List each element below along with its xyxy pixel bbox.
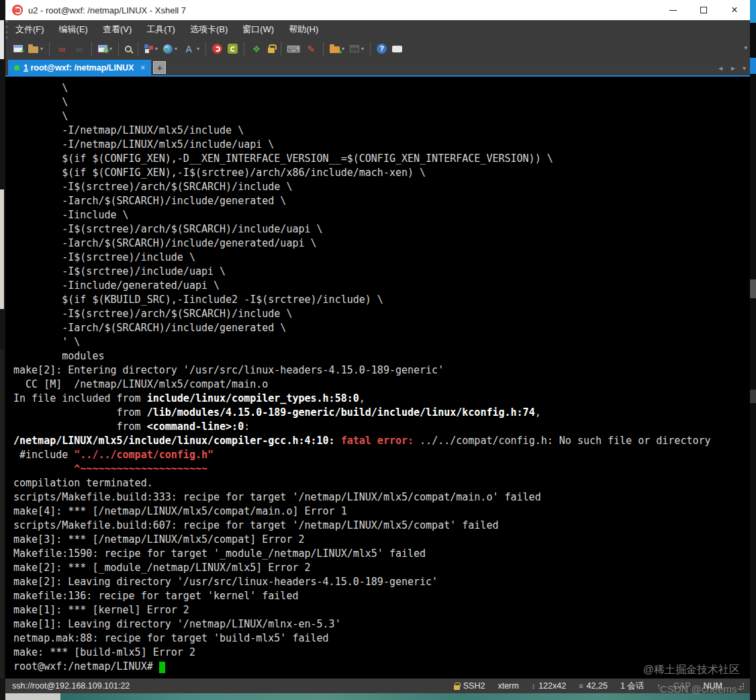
screen: u2 - root@wxf: /netmap/LINUX - Xshell 7 … (0, 0, 756, 700)
tab-title: root@wxf: /netmap/LINUX (28, 63, 134, 73)
connected-status-icon (14, 65, 19, 71)
web-browser-dropdown-icon[interactable]: ▾ (175, 46, 177, 52)
reconnect-button[interactable]: ∞ (53, 41, 70, 57)
menu-bar: 文件(F)编辑(E)查看(V)工具(T)选项卡(B)窗口(W)帮助(H) (5, 20, 750, 39)
fullscreen-icon: ❖ (250, 43, 263, 55)
terminal-line: /netmap/LINUX/mlx5/include/linux/compile… (13, 434, 750, 448)
tab-number: 1 (23, 63, 28, 73)
terminal-line: from <command-line>:0: (13, 420, 750, 434)
terminal-line: make[1]: Leaving directory '/netmap/LINU… (13, 617, 750, 631)
xftp-app-icon (228, 44, 238, 54)
font-dropdown-icon[interactable]: ▾ (197, 46, 199, 52)
background-window-left-sliver (0, 0, 5, 700)
terminal-line: ^~~~~~~~~~~~~~~~~~~~~~ (13, 462, 750, 476)
minimize-icon (669, 10, 677, 11)
transfer-disabled-button[interactable]: ▾ (347, 41, 367, 57)
xshell-app-button[interactable] (209, 41, 225, 57)
session-properties-button[interactable]: ⚙▾ (95, 41, 115, 57)
status-cursor-position: ≡42,25 (579, 681, 608, 691)
terminal-line: make[2]: *** [_module_/netmap/LINUX/mlx5… (13, 561, 750, 575)
terminal-line: $(if $(CONFIG_XEN),-I$(srctree)/arch/x86… (13, 166, 750, 180)
compose-pen-button[interactable]: ✎ (302, 41, 320, 57)
close-button[interactable]: × (719, 0, 750, 20)
window-title: u2 - root@wxf: /netmap/LINUX - Xshell 7 (28, 5, 186, 15)
tab-session-1[interactable]: 1 root@wxf: /netmap/LINUX × (8, 60, 151, 75)
terminal-line: -I$(srctree)/arch/$(SRCARCH)/include/uap… (13, 222, 750, 236)
menu-item-6[interactable]: 帮助(H) (281, 20, 326, 39)
terminal-cursor (159, 662, 165, 673)
open-session-dropdown-icon[interactable]: ▾ (40, 46, 43, 52)
terminal-line: root@wxf:/netmap/LINUX# (13, 660, 750, 674)
toolbar-overflow-icon[interactable]: ▾ (744, 44, 747, 51)
file-transfer-button[interactable]: +▾ (327, 41, 347, 57)
toolbar-separator (91, 42, 92, 56)
menu-item-5[interactable]: 窗口(W) (235, 20, 281, 39)
terminal-line: make[2]: Leaving directory '/usr/src/lin… (13, 575, 750, 589)
session-properties-dropdown-icon[interactable]: ▾ (109, 46, 112, 52)
session-properties-icon: ⚙ (98, 45, 107, 52)
menu-item-3[interactable]: 工具(T) (139, 20, 183, 39)
file-transfer-icon: + (330, 46, 340, 53)
title-bar: u2 - root@wxf: /netmap/LINUX - Xshell 7 … (5, 0, 750, 20)
terminal-line: In file included from include/linux/comp… (13, 392, 750, 406)
status-bar: ssh://root@192.168.109.101:22 SSH2xterm↕… (5, 679, 750, 693)
open-session-button[interactable]: ▾ (26, 41, 46, 57)
terminal-line: make[4]: *** [/netmap/LINUX/mlx5/compat/… (13, 505, 750, 519)
compose-pen-icon: ✎ (305, 43, 317, 55)
xshell-window: u2 - root@wxf: /netmap/LINUX - Xshell 7 … (5, 0, 750, 700)
tab-scroll-right-icon[interactable]: ► (730, 64, 737, 72)
menu-item-4[interactable]: 选项卡(B) (183, 20, 235, 39)
xftp-app-button[interactable] (225, 41, 240, 57)
watermark-csdn: CSDN @cheems~ (660, 683, 743, 695)
font-icon: A (183, 43, 195, 55)
feedback-chat-button[interactable] (389, 41, 405, 57)
terminal-line: CC [M] /netmap/LINUX/mlx5/compat/main.o (13, 378, 750, 392)
terminal-size-icon: ↕ (532, 682, 536, 690)
terminal-line: #include "../../compat/config.h" (13, 448, 750, 462)
new-tab-button[interactable]: + (153, 61, 166, 74)
terminal-line: -Iinclude \ (13, 208, 750, 222)
disconnect-button[interactable]: ∞ (70, 41, 88, 57)
terminal-line: modules (13, 349, 750, 363)
menu-item-0[interactable]: 文件(F) (8, 20, 52, 39)
terminal-line: -I$(srctree)/include \ (13, 251, 750, 265)
terminal-line: $(if $(CONFIG_XEN),-D__XEN_INTERFACE_VER… (13, 152, 750, 166)
tab-scroll-left-icon[interactable]: ◄ (717, 64, 724, 72)
terminal-line: -I/netmap/LINUX/mlx5/include/uapi \ (13, 138, 750, 152)
menu-item-1[interactable]: 编辑(E) (52, 20, 95, 39)
lock-screen-button[interactable] (265, 41, 277, 57)
lock-screen-icon (268, 48, 275, 53)
status-protocol: SSH2 (454, 681, 485, 691)
terminal-screen[interactable]: \ \ \ -I/netmap/LINUX/mlx5/include \ -I/… (5, 77, 750, 679)
menu-item-2[interactable]: 查看(V) (95, 20, 139, 39)
terminal-line: -Iarch/$(SRCARCH)/include/generated/uapi… (13, 236, 750, 251)
maximize-button[interactable] (688, 0, 719, 20)
cursor-position-icon: ≡ (579, 682, 583, 690)
minimize-button[interactable] (657, 0, 688, 20)
font-button[interactable]: A▾ (180, 41, 202, 57)
color-scheme-button[interactable]: ▾ (142, 41, 160, 57)
terminal-line: -I/netmap/LINUX/mlx5/include \ (13, 124, 750, 138)
help-button[interactable]: ? (374, 41, 389, 57)
terminal-line: -I$(srctree)/include/uapi \ (13, 265, 750, 279)
virtual-keyboard-button[interactable]: ⌨ (285, 41, 302, 57)
terminal-line: -Iarch/$(SRCARCH)/include/generated \ (13, 194, 750, 208)
find-button[interactable] (122, 41, 134, 57)
web-browser-button[interactable]: ▾ (160, 41, 180, 57)
color-scheme-dropdown-icon[interactable]: ▾ (155, 46, 158, 52)
tab-list-dropdown-icon[interactable]: ▾ (743, 64, 746, 72)
status-terminal-type: xterm (498, 681, 518, 691)
status-session-count: 1 会话 (620, 681, 644, 692)
terminal-line: $(if $(KBUILD_SRC),-Iinclude2 -I$(srctre… (13, 293, 750, 307)
reconnect-icon: ∞ (56, 43, 68, 55)
new-session-button[interactable]: + (11, 41, 26, 57)
transfer-disabled-dropdown-icon[interactable]: ▾ (361, 46, 364, 52)
fullscreen-button[interactable]: ❖ (248, 41, 265, 57)
tab-close-icon[interactable]: × (140, 63, 145, 73)
terminal-line: make[2]: Entering directory '/usr/src/li… (13, 363, 750, 378)
terminal-line: \ (13, 81, 750, 95)
terminal-line: make[1]: *** [kernel] Error 2 (13, 603, 750, 617)
terminal-line: make: *** [build-mlx5] Error 2 (13, 646, 750, 660)
toolbar-separator (323, 42, 324, 56)
web-browser-icon (163, 44, 173, 54)
